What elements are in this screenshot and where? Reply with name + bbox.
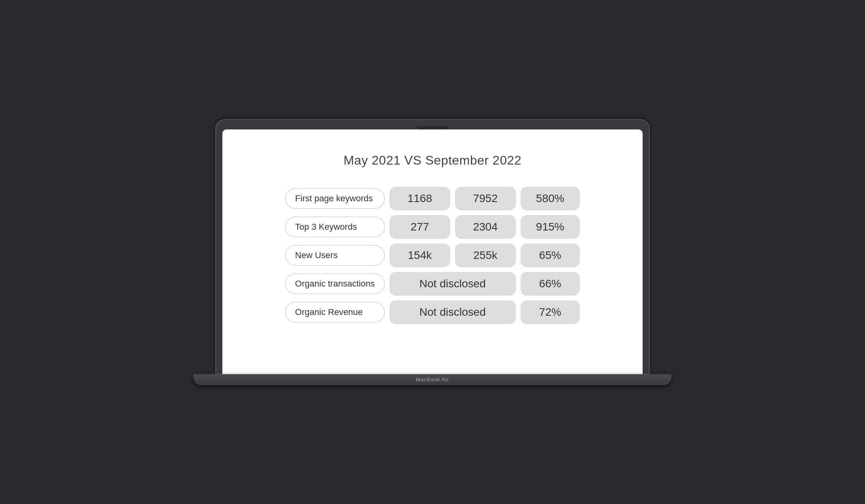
row-1-col2: 2304 [455,215,516,239]
laptop-frame: May 2021 VS September 2022 First page ke… [215,119,650,385]
row-0-percent: 580% [521,187,580,210]
row-1-percent: 915% [521,215,580,239]
row-1-label: Top 3 Keywords [285,217,385,237]
row-3-label: Organic transactions [285,274,385,294]
row-1-col1: 277 [389,215,450,239]
row-0-label: First page keywords [285,188,385,209]
laptop-screen-inner: May 2021 VS September 2022 First page ke… [222,129,643,374]
row-0-col1: 1168 [389,187,450,210]
row-0-col2: 7952 [455,187,516,210]
laptop-base: MacBook Air [194,374,671,385]
row-2-col1: 154k [389,244,450,267]
comparison-table: First page keywords11687952580%Top 3 Key… [285,187,580,324]
laptop-notch [417,126,448,129]
row-2-col2: 255k [455,244,516,267]
row-3-percent: 66% [521,272,580,296]
row-4-label: Organic Revenue [285,302,385,322]
row-3-wide-value: Not disclosed [389,272,516,296]
row-2-label: New Users [285,245,385,266]
page-title: May 2021 VS September 2022 [344,153,522,168]
row-4-wide-value: Not disclosed [389,300,516,324]
laptop-brand-label: MacBook Air [416,377,449,382]
laptop-screen-outer: May 2021 VS September 2022 First page ke… [215,119,650,374]
row-2-percent: 65% [521,244,580,267]
row-4-percent: 72% [521,300,580,324]
